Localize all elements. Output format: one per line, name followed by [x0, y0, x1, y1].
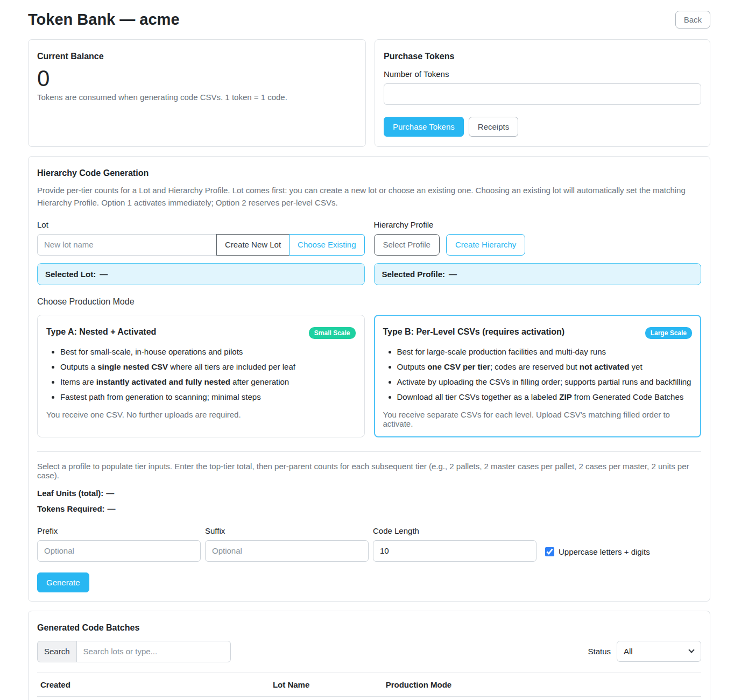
tokens-required-line: Tokens Required:—	[37, 504, 701, 513]
purchase-tokens-card: Purchase Tokens Number of Tokens Purchas…	[375, 39, 710, 147]
leaf-units-line: Leaf Units (total):—	[37, 489, 701, 498]
status-select-wrap: All	[617, 641, 701, 662]
cell-created: Jan 06, 2026, 10:23 PM	[37, 696, 270, 700]
status-label: Status	[588, 647, 611, 656]
header-actions	[582, 673, 701, 696]
small-scale-badge: Small Scale	[309, 327, 356, 339]
search-group: Search	[37, 641, 231, 662]
lot-input-group: Create New Lot Choose Existing	[37, 234, 365, 256]
create-new-lot-button[interactable]: Create New Lot	[216, 234, 290, 256]
generate-button[interactable]: Generate	[37, 572, 89, 592]
leaf-units-label: Leaf Units (total):	[37, 489, 103, 498]
uppercase-check-group: Uppercase letters + digits	[545, 547, 650, 562]
top-row: Current Balance 0 Tokens are consumed wh…	[28, 39, 710, 147]
choose-production-mode-label: Choose Production Mode	[37, 297, 701, 307]
prefix-field-group: Prefix	[37, 526, 201, 562]
lot-section: Lot Create New Lot Choose Existing Selec…	[37, 218, 365, 285]
code-length-field-group: Code Length	[373, 526, 537, 562]
hierarchy-generation-card: Hierarchy Code Generation Provide per-ti…	[28, 156, 710, 602]
purchase-title: Purchase Tokens	[384, 52, 701, 61]
generation-title: Hierarchy Code Generation	[37, 168, 701, 178]
suffix-input[interactable]	[205, 540, 369, 562]
uppercase-label: Uppercase letters + digits	[559, 547, 650, 556]
generation-description: Provide per-tier counts for a Lot and Hi…	[37, 184, 701, 209]
divider	[37, 451, 701, 452]
generated-code-batches-card: Generated Code Batches Search Status All	[28, 611, 710, 700]
type-a-bullets: Best for small-scale, in-house operation…	[46, 346, 356, 402]
selected-lot-label: Selected Lot:	[45, 270, 96, 279]
batches-toolbar: Search Status All	[37, 641, 701, 662]
choose-existing-button[interactable]: Choose Existing	[289, 234, 364, 256]
type-a-title: Type A: Nested + Activated	[46, 327, 156, 337]
current-balance-card: Current Balance 0 Tokens are consumed wh…	[28, 39, 366, 147]
type-b-title: Type B: Per-Level CSVs (requires activat…	[383, 327, 565, 337]
code-length-input[interactable]	[373, 540, 537, 562]
type-a-bullet: Outputs a single nested CSV where all ti…	[60, 361, 356, 372]
balance-value: 0	[37, 66, 357, 91]
header-lot-name: Lot Name	[270, 673, 383, 696]
balance-description: Tokens are consumed when generating code…	[37, 93, 357, 102]
mode-card-type-b[interactable]: Type B: Per-Level CSVs (requires activat…	[374, 315, 702, 437]
type-a-bullet: Fastest path from generation to scanning…	[60, 391, 356, 402]
number-of-tokens-label: Number of Tokens	[384, 69, 701, 79]
search-input[interactable]	[76, 641, 231, 662]
new-lot-name-input[interactable]	[37, 234, 217, 256]
table-header-row: Created Lot Name Production Mode	[37, 673, 701, 696]
tier-note: Select a profile to populate tier inputs…	[37, 462, 701, 480]
leaf-units-value: —	[106, 489, 114, 498]
page: Token Bank — acme Back Current Balance 0…	[0, 0, 734, 700]
type-a-bullet: Best for small-scale, in-house operation…	[60, 346, 356, 357]
lot-label: Lot	[37, 220, 365, 229]
header: Token Bank — acme Back	[28, 8, 710, 39]
batches-table: Created Lot Name Production Mode Jan 06,…	[37, 673, 701, 700]
prefix-input[interactable]	[37, 540, 201, 562]
type-b-bullet: Download all tier CSVs together as a lab…	[397, 391, 693, 402]
table-row: Jan 06, 2026, 10:23 PM eeeer Type A Down…	[37, 696, 701, 700]
type-b-bullet: Activate by uploading the CSVs in fillin…	[397, 376, 693, 387]
back-button[interactable]: Back	[675, 11, 710, 29]
code-length-label: Code Length	[373, 526, 537, 535]
select-profile-button[interactable]: Select Profile	[374, 234, 440, 256]
suffix-label: Suffix	[205, 526, 369, 535]
page-title: Token Bank — acme	[28, 11, 180, 29]
type-a-bullet: Items are instantly activated and fully …	[60, 376, 356, 387]
profile-section: Hierarchy Profile Select Profile Create …	[374, 218, 702, 285]
status-select[interactable]: All	[617, 641, 701, 662]
batches-title: Generated Code Batches	[37, 623, 701, 633]
purchase-tokens-button[interactable]: Purchase Tokens	[384, 117, 464, 137]
number-of-tokens-input[interactable]	[384, 83, 701, 105]
selected-profile-value: —	[449, 270, 457, 279]
type-b-footnote: You receive separate CSVs for each level…	[383, 410, 693, 428]
header-production-mode: Production Mode	[383, 673, 582, 696]
large-scale-badge: Large Scale	[645, 327, 692, 339]
selected-profile-banner: Selected Profile:—	[374, 263, 702, 285]
cell-production-mode: Type A	[383, 696, 582, 700]
selected-profile-label: Selected Profile:	[382, 270, 446, 279]
uppercase-checkbox[interactable]	[545, 547, 554, 556]
selected-lot-value: —	[100, 270, 108, 279]
type-b-bullet: Outputs one CSV per tier; codes are rese…	[397, 361, 693, 372]
suffix-field-group: Suffix	[205, 526, 369, 562]
header-created: Created	[37, 673, 270, 696]
prefix-label: Prefix	[37, 526, 201, 535]
balance-title: Current Balance	[37, 52, 357, 61]
type-b-bullet: Best for large-scale production faciliti…	[397, 346, 693, 357]
hierarchy-profile-label: Hierarchy Profile	[374, 220, 702, 229]
tokens-required-value: —	[108, 504, 116, 513]
search-addon-label: Search	[37, 641, 77, 662]
create-hierarchy-button[interactable]: Create Hierarchy	[446, 234, 525, 256]
receipts-button[interactable]: Receipts	[469, 117, 518, 137]
status-group: Status All	[588, 641, 701, 662]
cell-lot-name: eeeer	[270, 696, 383, 700]
selected-lot-banner: Selected Lot:—	[37, 263, 365, 285]
type-b-bullets: Best for large-scale production faciliti…	[383, 346, 693, 402]
type-a-footnote: You receive one CSV. No further uploads …	[46, 410, 356, 419]
tokens-required-label: Tokens Required:	[37, 504, 105, 513]
mode-card-type-a[interactable]: Type A: Nested + Activated Small Scale B…	[37, 315, 365, 437]
